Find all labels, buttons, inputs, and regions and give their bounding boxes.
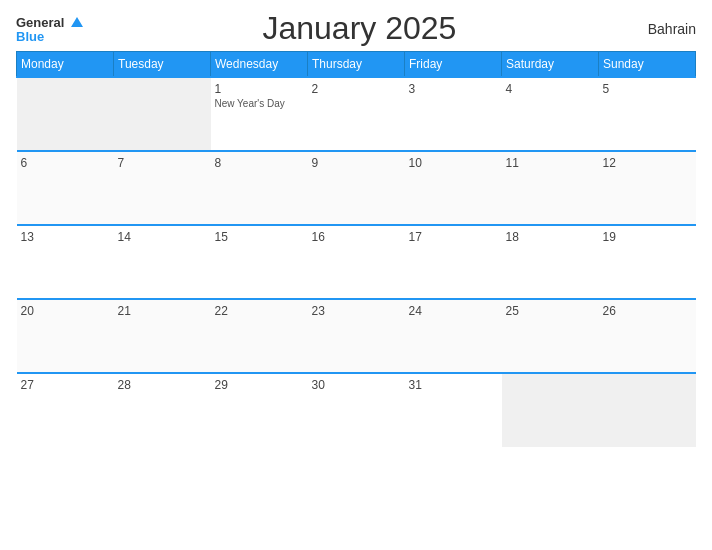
calendar-day-cell: 24 xyxy=(405,299,502,373)
calendar-week-row: 6789101112 xyxy=(17,151,696,225)
calendar-day-cell: 14 xyxy=(114,225,211,299)
calendar-day-cell: 7 xyxy=(114,151,211,225)
day-number: 9 xyxy=(312,156,401,170)
day-number: 13 xyxy=(21,230,110,244)
calendar-day-cell xyxy=(114,77,211,151)
calendar-day-cell: 22 xyxy=(211,299,308,373)
calendar-body: 1New Year's Day2345678910111213141516171… xyxy=(17,77,696,447)
calendar-title: January 2025 xyxy=(83,10,636,47)
weekday-header-sunday: Sunday xyxy=(599,52,696,78)
day-number: 28 xyxy=(118,378,207,392)
calendar-day-cell: 30 xyxy=(308,373,405,447)
logo: General Blue xyxy=(16,13,83,45)
calendar-day-cell: 25 xyxy=(502,299,599,373)
day-number: 22 xyxy=(215,304,304,318)
calendar-header: MondayTuesdayWednesdayThursdayFridaySatu… xyxy=(17,52,696,78)
calendar-day-cell: 29 xyxy=(211,373,308,447)
calendar-day-cell: 27 xyxy=(17,373,114,447)
calendar-day-cell xyxy=(17,77,114,151)
day-number: 21 xyxy=(118,304,207,318)
calendar-day-cell: 4 xyxy=(502,77,599,151)
logo-top: General xyxy=(16,13,83,31)
calendar-day-cell: 26 xyxy=(599,299,696,373)
day-number: 17 xyxy=(409,230,498,244)
day-number: 14 xyxy=(118,230,207,244)
calendar-day-cell: 23 xyxy=(308,299,405,373)
day-number: 12 xyxy=(603,156,692,170)
day-number: 16 xyxy=(312,230,401,244)
day-number: 29 xyxy=(215,378,304,392)
weekday-header-friday: Friday xyxy=(405,52,502,78)
logo-triangle-icon xyxy=(71,17,83,27)
day-number: 5 xyxy=(603,82,692,96)
day-number: 24 xyxy=(409,304,498,318)
calendar-day-cell: 20 xyxy=(17,299,114,373)
day-number: 2 xyxy=(312,82,401,96)
day-number: 26 xyxy=(603,304,692,318)
calendar-day-cell: 1New Year's Day xyxy=(211,77,308,151)
calendar-day-cell: 18 xyxy=(502,225,599,299)
calendar-day-cell: 13 xyxy=(17,225,114,299)
weekday-header-row: MondayTuesdayWednesdayThursdayFridaySatu… xyxy=(17,52,696,78)
day-number: 18 xyxy=(506,230,595,244)
day-number: 10 xyxy=(409,156,498,170)
calendar-week-row: 13141516171819 xyxy=(17,225,696,299)
calendar-table: MondayTuesdayWednesdayThursdayFridaySatu… xyxy=(16,51,696,447)
weekday-header-tuesday: Tuesday xyxy=(114,52,211,78)
calendar-week-row: 20212223242526 xyxy=(17,299,696,373)
day-event: New Year's Day xyxy=(215,98,304,109)
day-number: 31 xyxy=(409,378,498,392)
logo-blue-text: Blue xyxy=(16,30,44,44)
calendar-day-cell: 2 xyxy=(308,77,405,151)
day-number: 3 xyxy=(409,82,498,96)
day-number: 4 xyxy=(506,82,595,96)
calendar-day-cell: 16 xyxy=(308,225,405,299)
calendar-day-cell xyxy=(599,373,696,447)
calendar-day-cell: 8 xyxy=(211,151,308,225)
calendar-day-cell: 17 xyxy=(405,225,502,299)
day-number: 19 xyxy=(603,230,692,244)
weekday-header-wednesday: Wednesday xyxy=(211,52,308,78)
day-number: 6 xyxy=(21,156,110,170)
weekday-header-thursday: Thursday xyxy=(308,52,405,78)
day-number: 1 xyxy=(215,82,304,96)
calendar-week-row: 1New Year's Day2345 xyxy=(17,77,696,151)
day-number: 25 xyxy=(506,304,595,318)
day-number: 11 xyxy=(506,156,595,170)
calendar-week-row: 2728293031 xyxy=(17,373,696,447)
day-number: 15 xyxy=(215,230,304,244)
weekday-header-saturday: Saturday xyxy=(502,52,599,78)
day-number: 23 xyxy=(312,304,401,318)
calendar-day-cell: 5 xyxy=(599,77,696,151)
header-row: General Blue January 2025 Bahrain xyxy=(16,10,696,47)
day-number: 8 xyxy=(215,156,304,170)
calendar-day-cell: 28 xyxy=(114,373,211,447)
calendar-day-cell: 10 xyxy=(405,151,502,225)
calendar-day-cell: 12 xyxy=(599,151,696,225)
logo-general-text: General xyxy=(16,15,64,30)
calendar-day-cell: 3 xyxy=(405,77,502,151)
day-number: 27 xyxy=(21,378,110,392)
calendar-day-cell: 9 xyxy=(308,151,405,225)
calendar-day-cell: 11 xyxy=(502,151,599,225)
day-number: 30 xyxy=(312,378,401,392)
day-number: 20 xyxy=(21,304,110,318)
calendar-day-cell: 21 xyxy=(114,299,211,373)
calendar-day-cell: 15 xyxy=(211,225,308,299)
weekday-header-monday: Monday xyxy=(17,52,114,78)
calendar-day-cell: 19 xyxy=(599,225,696,299)
country-label: Bahrain xyxy=(636,21,696,37)
calendar-day-cell xyxy=(502,373,599,447)
calendar-container: General Blue January 2025 Bahrain Monday… xyxy=(0,0,712,550)
calendar-day-cell: 6 xyxy=(17,151,114,225)
day-number: 7 xyxy=(118,156,207,170)
calendar-day-cell: 31 xyxy=(405,373,502,447)
